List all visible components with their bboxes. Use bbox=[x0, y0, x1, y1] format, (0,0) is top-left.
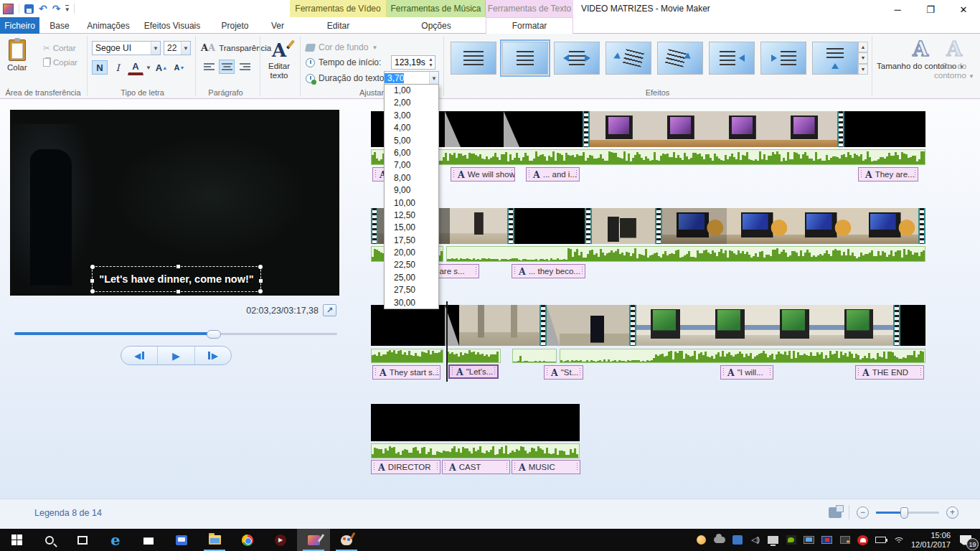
display-icon[interactable] bbox=[768, 535, 779, 545]
dropdown-option[interactable]: 25,00 bbox=[385, 272, 438, 284]
chevron-down-icon[interactable]: ▼ bbox=[181, 42, 190, 55]
duration-dropdown-list[interactable]: 1,00 2,00 3,00 4,00 5,00 6,00 7,00 8,00 … bbox=[384, 84, 439, 309]
caption-item[interactable]: AMUSIC bbox=[512, 460, 580, 474]
tray-app-icon[interactable] bbox=[732, 535, 743, 545]
notification-center-button[interactable]: 19 bbox=[957, 535, 974, 545]
tab-format[interactable]: Formatar bbox=[486, 17, 573, 34]
messaging-app-button[interactable] bbox=[165, 529, 198, 551]
chrome-button[interactable] bbox=[231, 529, 264, 551]
dropdown-option[interactable]: 7,00 bbox=[385, 159, 438, 171]
taskbar-clock[interactable]: 15:06 12/01/2017 bbox=[911, 531, 951, 550]
selection-handle[interactable] bbox=[90, 265, 95, 269]
caption-item[interactable]: ADIRECTOR bbox=[371, 460, 440, 474]
caption-item[interactable]: AThey are... bbox=[858, 167, 918, 182]
selection-handle[interactable] bbox=[90, 279, 94, 283]
tab-project[interactable]: Projeto bbox=[207, 17, 263, 34]
context-header-text-tools[interactable]: Ferramentas de Texto bbox=[486, 0, 573, 17]
timeline-track-2[interactable] bbox=[371, 208, 925, 244]
effect-tile-slide-left[interactable] bbox=[760, 42, 806, 75]
effect-tile-slide-in-out[interactable] bbox=[554, 42, 600, 75]
previous-frame-button[interactable]: ◀ bbox=[121, 347, 158, 364]
selection-handle[interactable] bbox=[176, 265, 180, 268]
caption-item[interactable]: A... and i... bbox=[526, 167, 580, 182]
timeline-track-4[interactable] bbox=[371, 404, 580, 441]
effect-tile-fly-in[interactable] bbox=[606, 42, 651, 75]
undo-icon[interactable]: ↶ bbox=[39, 4, 47, 14]
next-frame-button[interactable]: ▶ bbox=[195, 347, 231, 364]
copy-button[interactable]: Copiar bbox=[43, 57, 77, 68]
taskbar-search-button[interactable] bbox=[33, 529, 66, 551]
audio-waveform[interactable] bbox=[560, 349, 925, 363]
chevron-down-icon[interactable]: ▼ bbox=[151, 42, 160, 55]
dropdown-option[interactable]: 1,00 bbox=[385, 85, 438, 97]
movie-maker-button[interactable] bbox=[297, 529, 330, 551]
avira-icon[interactable] bbox=[857, 535, 869, 545]
align-left-button[interactable] bbox=[201, 60, 217, 74]
dropdown-option[interactable]: 22,50 bbox=[385, 259, 438, 271]
font-color-button[interactable]: A bbox=[128, 60, 143, 75]
task-view-button[interactable] bbox=[66, 529, 99, 551]
italic-button[interactable]: I bbox=[110, 60, 126, 75]
dropdown-option[interactable]: 4,00 bbox=[385, 122, 438, 134]
context-header-video-tools[interactable]: Ferramentas de Vídeo bbox=[290, 0, 387, 17]
seek-thumb[interactable] bbox=[207, 330, 221, 339]
nvidia-icon[interactable] bbox=[786, 535, 797, 545]
tab-file[interactable]: Ficheiro bbox=[0, 17, 39, 34]
audio-waveform[interactable] bbox=[371, 349, 443, 363]
store-button[interactable] bbox=[132, 529, 165, 551]
selection-handle[interactable] bbox=[176, 290, 180, 293]
tab-edit[interactable]: Editar bbox=[290, 17, 387, 34]
onedrive-icon[interactable] bbox=[714, 535, 725, 545]
paint-button[interactable] bbox=[330, 529, 363, 551]
tab-animations[interactable]: Animações bbox=[80, 17, 137, 34]
font-family-combo[interactable]: Segoe UI▼ bbox=[92, 41, 161, 55]
wifi-icon[interactable] bbox=[893, 536, 905, 545]
battery-icon[interactable] bbox=[875, 535, 887, 545]
caption-item[interactable]: A"I will... bbox=[720, 365, 773, 380]
cut-button[interactable]: ✂Cortar bbox=[43, 42, 76, 54]
audio-waveform[interactable] bbox=[512, 349, 557, 363]
bold-button[interactable]: N bbox=[92, 60, 108, 75]
start-button[interactable] bbox=[0, 529, 33, 551]
laptop-icon[interactable] bbox=[804, 535, 815, 545]
caption-item[interactable]: A"St... bbox=[544, 365, 583, 380]
caption-item[interactable]: ATHE END bbox=[855, 365, 924, 380]
playhead[interactable] bbox=[446, 301, 448, 382]
audio-waveform[interactable] bbox=[446, 246, 925, 262]
dropdown-option[interactable]: 27,50 bbox=[385, 284, 438, 296]
dropdown-option[interactable]: 12,50 bbox=[385, 209, 438, 222]
dropdown-option[interactable]: 5,00 bbox=[385, 135, 438, 147]
media-app-button[interactable]: ▶ bbox=[264, 529, 297, 551]
align-center-button[interactable] bbox=[219, 60, 235, 74]
selection-handle[interactable] bbox=[258, 265, 263, 269]
caption-item[interactable]: AWe will show... bbox=[451, 167, 515, 182]
audio-waveform[interactable] bbox=[371, 149, 925, 165]
context-header-music-tools[interactable]: Ferramentas de Música bbox=[387, 0, 486, 17]
tab-options[interactable]: Opções bbox=[387, 17, 486, 34]
caption-item[interactable]: AThey start s... bbox=[372, 365, 440, 380]
zoom-slider[interactable] bbox=[876, 512, 939, 514]
caption-item[interactable]: A... they beco... bbox=[512, 264, 585, 278]
tab-home[interactable]: Base bbox=[39, 17, 80, 34]
effects-gallery-scrollbar[interactable]: ▲ ▼ ▼ bbox=[858, 42, 868, 75]
play-button[interactable]: ▶ bbox=[158, 347, 194, 364]
dropdown-option[interactable]: 8,00 bbox=[385, 172, 438, 184]
align-right-button[interactable] bbox=[237, 60, 253, 74]
dropdown-option[interactable]: 15,00 bbox=[385, 222, 438, 234]
tray-user-icon[interactable] bbox=[696, 535, 707, 545]
edge-button[interactable]: e bbox=[99, 529, 132, 551]
dropdown-option[interactable]: 20,00 bbox=[385, 247, 438, 259]
zoom-out-button[interactable]: − bbox=[857, 507, 869, 519]
file-explorer-button[interactable] bbox=[198, 529, 231, 551]
dropdown-option[interactable]: 9,00 bbox=[385, 184, 438, 197]
customize-qat-icon[interactable]: ▾ bbox=[65, 5, 69, 12]
transparency-button[interactable]: AA Transparência bbox=[201, 42, 271, 53]
caption-item[interactable]: ACAST bbox=[442, 460, 510, 474]
zoom-slider-thumb[interactable] bbox=[900, 507, 908, 519]
movie-maker-logo-icon[interactable] bbox=[3, 4, 14, 14]
audio-waveform[interactable] bbox=[371, 443, 580, 458]
gallery-up-icon[interactable]: ▲ bbox=[858, 42, 868, 52]
start-time-spinner[interactable]: 123,19s ▲▼ bbox=[391, 55, 435, 70]
audio-waveform[interactable] bbox=[446, 349, 501, 363]
volume-icon[interactable]: ◁) bbox=[750, 535, 761, 545]
